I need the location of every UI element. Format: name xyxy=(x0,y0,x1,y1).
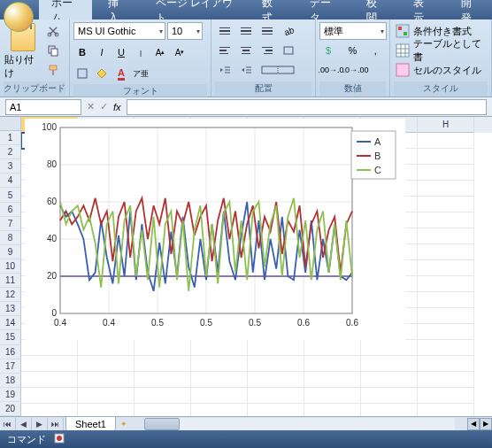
cell[interactable] xyxy=(418,356,474,372)
increase-indent[interactable] xyxy=(236,61,256,79)
macro-record-icon[interactable] xyxy=(53,432,65,446)
align-middle[interactable] xyxy=(236,22,256,40)
cell[interactable] xyxy=(248,404,304,416)
align-left[interactable] xyxy=(215,42,234,59)
cell[interactable] xyxy=(361,372,418,388)
scroll-thumb[interactable] xyxy=(144,418,180,430)
cell[interactable] xyxy=(418,244,474,260)
row-header[interactable]: 17 xyxy=(0,359,21,374)
increase-decimal[interactable]: .00→.0 xyxy=(319,61,342,79)
cell[interactable] xyxy=(361,340,418,356)
border-button[interactable] xyxy=(73,65,91,82)
sheet-tab[interactable]: Sheet1 xyxy=(65,416,116,431)
decrease-indent[interactable] xyxy=(215,61,234,79)
row-header[interactable]: 3 xyxy=(0,159,21,174)
tab-nav-next[interactable]: ▶ xyxy=(32,416,48,432)
font-name-combo[interactable]: MS UI Gothic▾ xyxy=(73,22,165,40)
decrease-decimal[interactable]: .0→.00 xyxy=(344,61,367,79)
cell[interactable] xyxy=(418,308,474,324)
cell[interactable] xyxy=(21,372,78,388)
row-header[interactable]: 7 xyxy=(0,217,21,231)
cell[interactable] xyxy=(418,324,474,340)
cell[interactable] xyxy=(21,388,78,404)
font-size-combo[interactable]: 10▾ xyxy=(167,22,203,40)
row-header[interactable]: 1 xyxy=(0,131,21,145)
cell[interactable] xyxy=(361,356,418,372)
cell[interactable] xyxy=(418,133,474,149)
cell[interactable] xyxy=(21,404,78,416)
office-button[interactable] xyxy=(4,2,34,32)
cell[interactable] xyxy=(248,388,304,404)
row-header[interactable]: 10 xyxy=(0,259,21,274)
row-header[interactable]: 13 xyxy=(0,302,21,316)
cell[interactable] xyxy=(135,372,191,388)
cell[interactable] xyxy=(135,340,191,356)
grow-font-button[interactable]: A▴ xyxy=(151,43,169,61)
enter-icon[interactable]: ✓ xyxy=(100,101,108,112)
row-header[interactable]: 2 xyxy=(0,145,21,159)
tab-nav-first[interactable]: ⏮ xyxy=(0,416,16,432)
row-header[interactable]: 18 xyxy=(0,374,21,388)
italic-button[interactable]: I xyxy=(93,43,111,61)
row-header[interactable]: 14 xyxy=(0,316,21,330)
cell[interactable] xyxy=(135,388,191,404)
cell[interactable] xyxy=(191,388,248,404)
tab-nav-prev[interactable]: ◀ xyxy=(16,416,32,432)
format-as-table[interactable]: テーブルとして書 xyxy=(394,42,488,59)
cell[interactable] xyxy=(78,372,135,388)
percent-button[interactable]: % xyxy=(342,42,364,59)
underline-button[interactable]: U xyxy=(112,43,130,61)
cell[interactable] xyxy=(304,404,361,416)
align-top[interactable] xyxy=(215,22,234,40)
row-header[interactable]: 4 xyxy=(0,174,21,188)
copy-button[interactable] xyxy=(44,42,62,59)
cell[interactable] xyxy=(191,340,248,356)
name-box[interactable]: A1 xyxy=(5,99,81,115)
cell[interactable] xyxy=(418,292,474,308)
row-header[interactable]: 9 xyxy=(0,245,21,259)
cell[interactable] xyxy=(418,149,474,165)
row-header[interactable]: 5 xyxy=(0,188,21,202)
currency-button[interactable]: $ xyxy=(319,42,341,59)
merge-center[interactable] xyxy=(258,61,298,79)
row-header[interactable]: 12 xyxy=(0,288,21,302)
row-header[interactable]: 11 xyxy=(0,274,21,288)
cell[interactable] xyxy=(78,340,135,356)
scroll-right[interactable]: ▶ xyxy=(480,418,492,430)
cell[interactable] xyxy=(191,372,248,388)
scroll-left[interactable]: ◀ xyxy=(467,418,480,430)
cell[interactable] xyxy=(78,356,135,372)
orientation[interactable]: ab xyxy=(279,22,298,40)
cell[interactable] xyxy=(304,372,361,388)
cut-button[interactable] xyxy=(44,22,62,40)
horizontal-scrollbar[interactable]: ⏮ ◀ ▶ ⏭ Sheet1 ✦ ◀ ▶ xyxy=(0,416,492,430)
format-painter-button[interactable] xyxy=(44,61,62,79)
align-right[interactable] xyxy=(258,42,277,59)
phonetic-button[interactable]: ア亜 xyxy=(132,65,150,82)
cell[interactable] xyxy=(248,372,304,388)
comma-button[interactable]: , xyxy=(365,42,386,59)
cell[interactable] xyxy=(21,340,78,356)
row-header[interactable]: 15 xyxy=(0,330,21,344)
align-center[interactable] xyxy=(236,42,256,59)
cell[interactable] xyxy=(78,388,135,404)
formula-input[interactable] xyxy=(127,99,487,115)
cell[interactable] xyxy=(418,404,474,416)
cell[interactable] xyxy=(135,356,191,372)
cell[interactable] xyxy=(248,356,304,372)
select-all-corner[interactable] xyxy=(0,117,21,131)
row-header[interactable]: 16 xyxy=(0,345,21,359)
cell[interactable] xyxy=(418,165,474,181)
cell[interactable] xyxy=(21,356,78,372)
row-header[interactable]: 19 xyxy=(0,388,21,402)
align-bottom[interactable] xyxy=(258,22,277,40)
cell[interactable] xyxy=(418,372,474,388)
col-header[interactable]: H xyxy=(418,117,474,133)
cell[interactable] xyxy=(418,181,474,197)
new-sheet-icon[interactable]: ✦ xyxy=(116,416,132,432)
font-color-button[interactable]: A xyxy=(112,65,130,82)
number-format-combo[interactable]: 標準▾ xyxy=(319,22,387,40)
cell[interactable] xyxy=(191,356,248,372)
embedded-chart[interactable]: 0204060801000.40.40.50.50.50.60.6ABC xyxy=(25,119,405,340)
fx-icon[interactable]: fx xyxy=(113,102,121,112)
